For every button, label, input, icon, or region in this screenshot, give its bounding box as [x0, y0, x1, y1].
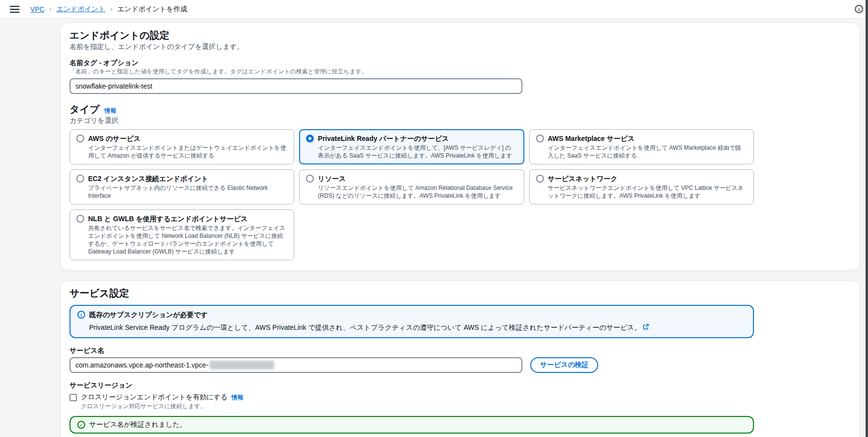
radio-unselected-icon[interactable]	[536, 175, 544, 183]
type-info-link[interactable]: 情報	[104, 107, 116, 115]
top-navigation-bar: VPC › エンドポイント › エンドポイントを作成 i	[0, 0, 868, 19]
endpoint-settings-title: エンドポイントの設定	[70, 29, 848, 42]
type-option-marketplace[interactable]: AWS Marketplace サービス インターフェイスエンドポイントを使用し…	[529, 129, 754, 164]
breadcrumb-vpc-link[interactable]: VPC	[30, 5, 45, 13]
type-option-privatelink-ready[interactable]: PrivateLink Ready パートナーのサービス インターフェイスエンド…	[299, 129, 524, 164]
type-option-resources[interactable]: リソース リソースエンドポイントを使用して Amazon Relational …	[299, 169, 524, 205]
type-option-aws-services[interactable]: AWS のサービス インターフェイスエンドポイントまたはゲートウェイエンドポイン…	[70, 129, 294, 164]
breadcrumb-separator: ›	[110, 5, 112, 13]
breadcrumb-current-page: エンドポイントを作成	[117, 5, 188, 14]
service-settings-title: サービス設定	[70, 287, 848, 300]
service-region-label: サービスリージョン	[70, 381, 848, 390]
info-alert-title: 既存のサブスクリプションが必要です	[89, 310, 649, 320]
radio-selected-icon[interactable]	[306, 135, 314, 142]
cross-region-checkbox[interactable]	[70, 394, 77, 401]
cross-region-info-link[interactable]: 情報	[232, 393, 243, 402]
right-edge-panel-strip	[866, 0, 868, 437]
name-tag-description: 「名前」のキーと指定した値を使用してタグを作成します。タグはエンドポイントの検索…	[70, 68, 848, 75]
service-name-input[interactable]: com.amazonaws.vpce.ap-northeast-1.vpce-	[70, 357, 522, 373]
verify-service-button[interactable]: サービスの検証	[530, 357, 598, 373]
radio-unselected-icon[interactable]	[76, 215, 84, 223]
info-circle-icon[interactable]: i	[855, 5, 863, 13]
radio-unselected-icon[interactable]	[76, 135, 84, 142]
type-options-grid: AWS のサービス インターフェイスエンドポイントまたはゲートウェイエンドポイン…	[70, 129, 754, 260]
name-tag-input[interactable]	[70, 78, 522, 94]
cross-region-checkbox-label[interactable]: クロスリージョンエンドポイントを有効にする	[81, 393, 228, 402]
info-alert-body: PrivateLink Service Ready プログラムの一環として、AW…	[89, 323, 641, 331]
type-section-title: タイプ	[70, 103, 99, 116]
type-option-nlb-gwlb[interactable]: NLB と GWLB を使用するエンドポイントサービス 共有されているサービスを…	[70, 209, 294, 260]
breadcrumb: VPC › エンドポイント › エンドポイントを作成	[30, 5, 187, 14]
radio-unselected-icon[interactable]	[536, 135, 544, 142]
radio-unselected-icon[interactable]	[306, 175, 314, 183]
service-settings-card: サービス設定 i 既存のサブスクリプションが必要です PrivateLink S…	[60, 280, 860, 437]
external-link-icon[interactable]	[643, 323, 649, 330]
subscription-required-info-alert: i 既存のサブスクリプションが必要です PrivateLink Service …	[70, 305, 754, 338]
success-check-icon: ✓	[77, 421, 85, 429]
cross-region-description: クロスリージョン対応サービスに接続します。	[81, 402, 848, 410]
type-option-ec2-instance-connect[interactable]: EC2 インスタンス接続エンドポイント プライベートサブネット内のリソースに接続…	[70, 169, 294, 205]
endpoint-settings-card: エンドポイントの設定 名前を指定し、エンドポイントのタイプを選択します。 名前タ…	[60, 23, 860, 271]
endpoint-settings-description: 名前を指定し、エンドポイントのタイプを選択します。	[70, 42, 848, 51]
service-name-label: サービス名	[70, 346, 848, 355]
menu-hamburger-icon[interactable]	[10, 6, 20, 13]
success-alert-message: サービス名が検証されました。	[89, 420, 187, 429]
info-icon: i	[77, 311, 85, 319]
breadcrumb-separator: ›	[49, 5, 51, 13]
breadcrumb-endpoints-link[interactable]: エンドポイント	[56, 5, 105, 14]
redacted-service-id	[210, 361, 274, 369]
type-section-description: カテゴリを選択	[70, 116, 848, 125]
service-verified-success-alert: ✓ サービス名が検証されました。	[70, 416, 754, 434]
radio-unselected-icon[interactable]	[76, 175, 84, 183]
name-tag-label: 名前タグ - オプション	[70, 58, 848, 68]
type-option-service-network[interactable]: サービスネットワーク サービスネットワークエンドポイントを使用して VPC La…	[529, 169, 754, 205]
